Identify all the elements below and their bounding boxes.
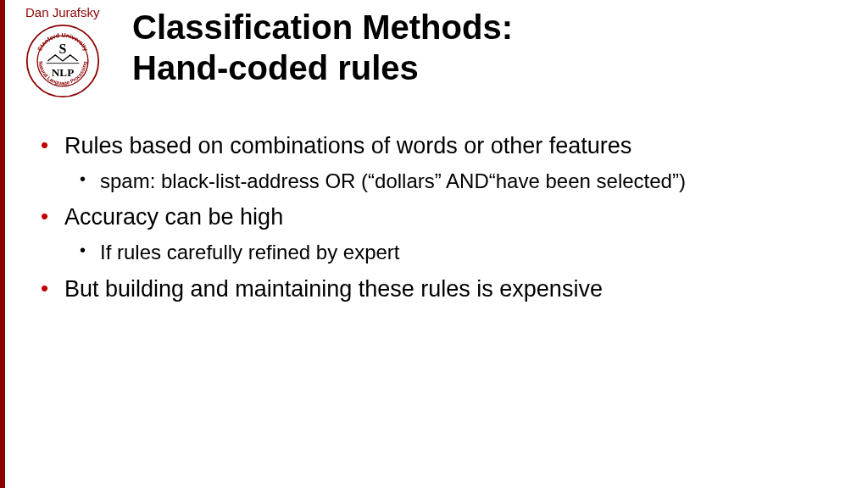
sub-bullet-item: spam: black-list-address OR (“dollars” A… <box>31 168 843 194</box>
sub-bullet-text: spam: black-list-address OR (“dollars” A… <box>100 169 686 192</box>
slide-content: Rules based on combinations of words or … <box>31 131 843 311</box>
bullet-list: Rules based on combinations of words or … <box>31 131 843 304</box>
bullet-text: But building and maintaining these rules… <box>64 276 603 302</box>
svg-text:NLP: NLP <box>52 66 74 79</box>
bullet-item: Rules based on combinations of words or … <box>31 131 843 161</box>
bullet-item: Accuracy can be high <box>31 202 843 232</box>
slide-title: Classification Methods: Hand-coded rules <box>132 7 513 88</box>
bullet-item: But building and maintaining these rules… <box>31 274 843 304</box>
sub-bullet-item: If rules carefully refined by expert <box>31 239 843 265</box>
bullet-text: Accuracy can be high <box>64 204 283 230</box>
title-line-1: Classification Methods: <box>132 7 513 47</box>
title-line-2: Hand-coded rules <box>132 47 513 88</box>
author-label: Dan Jurafsky <box>25 5 100 19</box>
svg-text:S: S <box>59 42 67 56</box>
sub-bullet-text: If rules carefully refined by expert <box>100 241 400 263</box>
bullet-text: Rules based on combinations of words or … <box>64 133 632 158</box>
stanford-nlp-logo: Stanford University Natural Language Pro… <box>25 24 100 98</box>
